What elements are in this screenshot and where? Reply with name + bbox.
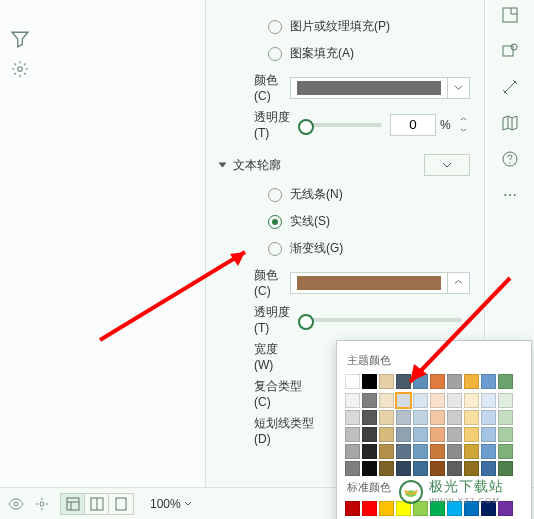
theme-color-swatch[interactable] xyxy=(447,374,462,389)
theme-shade-swatch[interactable] xyxy=(498,393,513,408)
theme-shade-swatch[interactable] xyxy=(413,410,428,425)
filter-icon[interactable] xyxy=(11,30,29,48)
dash-type-label: 短划线类型(D) xyxy=(220,415,320,446)
focus-icon[interactable] xyxy=(34,496,50,512)
theme-shade-swatch[interactable] xyxy=(498,444,513,459)
theme-shade-swatch[interactable] xyxy=(430,410,445,425)
theme-shade-swatch[interactable] xyxy=(447,461,462,476)
standard-color-swatch[interactable] xyxy=(345,501,360,516)
theme-shade-swatch[interactable] xyxy=(413,461,428,476)
theme-color-swatch[interactable] xyxy=(430,374,445,389)
section-title: 文本轮廓 xyxy=(233,157,281,174)
theme-shade-swatch[interactable] xyxy=(447,410,462,425)
fill-color-label: 颜色(C) xyxy=(220,72,290,103)
theme-shade-swatch[interactable] xyxy=(413,393,428,408)
theme-shade-swatch[interactable] xyxy=(362,427,377,442)
fill-color-picker[interactable] xyxy=(290,77,470,99)
theme-shade-swatch[interactable] xyxy=(396,410,411,425)
standard-color-swatch[interactable] xyxy=(379,501,394,516)
theme-shade-swatch[interactable] xyxy=(464,461,479,476)
outline-color-picker[interactable] xyxy=(290,272,470,294)
theme-shade-swatch[interactable] xyxy=(345,410,360,425)
radio-no-line[interactable]: 无线条(N) xyxy=(268,186,470,203)
radio-gradient-line[interactable]: 渐变线(G) xyxy=(268,240,470,257)
theme-shade-swatch[interactable] xyxy=(447,427,462,442)
theme-color-swatch[interactable] xyxy=(345,374,360,389)
theme-shade-swatch[interactable] xyxy=(413,427,428,442)
theme-shade-swatch[interactable] xyxy=(481,461,496,476)
theme-shade-swatch[interactable] xyxy=(362,410,377,425)
theme-color-swatch[interactable] xyxy=(464,374,479,389)
theme-shade-swatch[interactable] xyxy=(362,393,377,408)
theme-shade-swatch[interactable] xyxy=(345,393,360,408)
theme-shade-swatch[interactable] xyxy=(464,393,479,408)
theme-shade-swatch[interactable] xyxy=(362,444,377,459)
theme-shade-swatch[interactable] xyxy=(396,444,411,459)
theme-shade-swatch[interactable] xyxy=(447,393,462,408)
section-expand-button[interactable] xyxy=(424,154,470,176)
zoom-level[interactable]: 100% xyxy=(150,497,181,511)
radio-picture-texture-fill[interactable]: 图片或纹理填充(P) xyxy=(268,18,470,35)
settings-icon[interactable] xyxy=(11,60,29,78)
theme-color-swatch[interactable] xyxy=(481,374,496,389)
theme-color-swatch[interactable] xyxy=(396,374,411,389)
svg-point-9 xyxy=(40,502,44,506)
theme-shade-swatch[interactable] xyxy=(362,461,377,476)
radio-solid-line[interactable]: 实线(S) xyxy=(268,213,470,230)
theme-shade-swatch[interactable] xyxy=(396,393,411,408)
view-page[interactable] xyxy=(109,494,133,514)
theme-color-swatch[interactable] xyxy=(413,374,428,389)
more-icon[interactable]: ⋯ xyxy=(501,186,519,204)
outline-opacity-slider[interactable] xyxy=(298,318,462,322)
theme-shade-swatch[interactable] xyxy=(464,427,479,442)
opacity-stepper[interactable] xyxy=(456,114,470,136)
theme-shade-swatch[interactable] xyxy=(481,444,496,459)
fill-opacity-input[interactable] xyxy=(390,114,436,136)
theme-shade-swatch[interactable] xyxy=(430,393,445,408)
theme-shade-swatch[interactable] xyxy=(379,393,394,408)
theme-shade-swatch[interactable] xyxy=(498,461,513,476)
theme-shade-swatch[interactable] xyxy=(481,393,496,408)
theme-shade-swatch[interactable] xyxy=(481,427,496,442)
theme-shade-swatch[interactable] xyxy=(345,427,360,442)
text-outline-section[interactable]: 文本轮廓 xyxy=(220,154,470,176)
theme-shade-swatch[interactable] xyxy=(464,444,479,459)
help-icon[interactable] xyxy=(501,150,519,168)
logo-icon xyxy=(399,480,423,504)
theme-shade-swatch[interactable] xyxy=(464,410,479,425)
svg-point-0 xyxy=(18,67,23,72)
theme-shade-swatch[interactable] xyxy=(430,461,445,476)
standard-color-swatch[interactable] xyxy=(362,501,377,516)
theme-shade-swatch[interactable] xyxy=(396,461,411,476)
theme-shade-swatch[interactable] xyxy=(447,444,462,459)
theme-shade-swatch[interactable] xyxy=(379,410,394,425)
properties-icon[interactable] xyxy=(501,6,519,24)
theme-shade-swatch[interactable] xyxy=(379,461,394,476)
fill-opacity-slider[interactable] xyxy=(298,123,382,127)
view-normal[interactable] xyxy=(61,494,85,514)
theme-shade-swatch[interactable] xyxy=(396,427,411,442)
theme-shade-swatch[interactable] xyxy=(345,461,360,476)
theme-shade-swatch[interactable] xyxy=(379,427,394,442)
theme-shade-swatch[interactable] xyxy=(379,444,394,459)
tools-icon[interactable] xyxy=(501,78,519,96)
theme-shade-swatch[interactable] xyxy=(481,410,496,425)
theme-color-swatch[interactable] xyxy=(379,374,394,389)
theme-shade-swatch[interactable] xyxy=(345,444,360,459)
eye-icon[interactable] xyxy=(8,496,24,512)
addin-icon[interactable] xyxy=(501,42,519,60)
theme-shade-swatch[interactable] xyxy=(430,427,445,442)
theme-color-swatch[interactable] xyxy=(498,374,513,389)
theme-shade-swatch[interactable] xyxy=(413,444,428,459)
radio-pattern-fill[interactable]: 图案填充(A) xyxy=(268,45,470,62)
theme-colors-title: 主题颜色 xyxy=(347,353,523,368)
percent-unit: % xyxy=(440,118,456,132)
theme-shade-swatch[interactable] xyxy=(430,444,445,459)
chevron-down-icon[interactable] xyxy=(184,501,192,506)
map-icon[interactable] xyxy=(501,114,519,132)
theme-color-swatch[interactable] xyxy=(362,374,377,389)
theme-shade-swatch[interactable] xyxy=(498,427,513,442)
view-layout[interactable] xyxy=(85,494,109,514)
theme-shade-swatch[interactable] xyxy=(498,410,513,425)
collapse-icon xyxy=(219,163,227,168)
